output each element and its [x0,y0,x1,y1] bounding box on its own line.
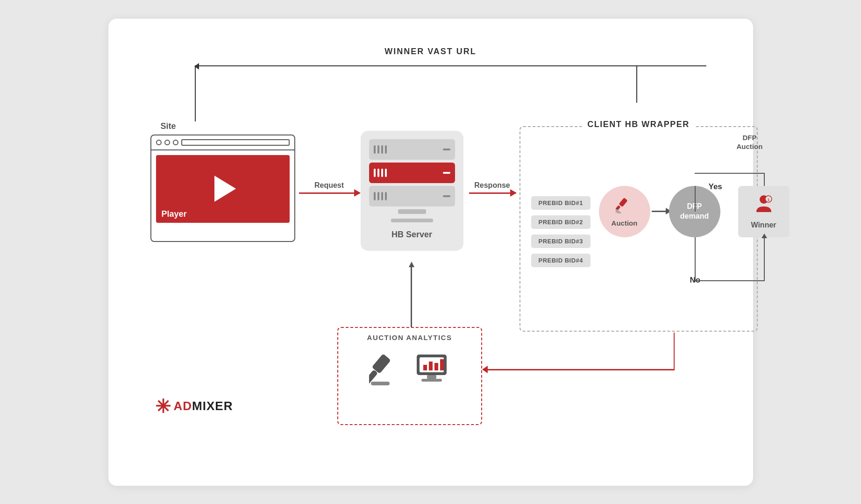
dfp-down-no [695,237,696,282]
analytics-hammer-icon [369,350,406,389]
site-label: Site [161,121,176,131]
prebid-bid-4: PREBID BID#4 [531,254,591,267]
no-up-to-winner [764,237,765,281]
winner-person-icon: 1 [754,193,774,218]
svg-rect-11 [423,365,427,370]
browser-dot-2 [164,140,170,145]
analytics-chart-icon [413,350,450,389]
svg-rect-15 [427,375,436,379]
main-card: WINNER VAST URL Site Player Request [108,19,753,486]
dfp-auction-label: DFPAuction [737,133,763,151]
svg-rect-8 [371,382,390,385]
analytics-arrow-horizontal [483,369,675,370]
server-dots-1 [374,145,387,154]
response-arrow: Response [469,181,516,194]
svg-rect-16 [421,379,442,382]
arrow-auction-to-dfp [652,211,670,212]
svg-rect-13 [434,363,438,370]
dfp-top-horizontal [695,173,765,174]
server-base [391,219,433,222]
prebid-bids: PREBID BID#1 PREBID BID#2 PREBID BID#3 P… [531,196,591,267]
analytics-arrow-vertical [674,333,675,370]
prebid-bid-3: PREBID BID#3 [531,234,591,248]
play-button-icon [214,176,236,202]
diagram: Site Player Request [132,65,730,430]
prebid-bid-1: PREBID BID#1 [531,196,591,210]
response-label: Response [474,181,510,190]
hb-server-box: HB Server [361,131,463,251]
winner-box: 1 Winner [738,186,790,237]
no-horizontal [695,280,765,281]
analytics-icons [369,350,450,389]
server-unit-2 [369,163,455,183]
server-stand [398,209,426,214]
client-hb-wrapper-label: CLIENT HB WRAPPER [582,120,695,129]
browser-address-bar [181,139,290,146]
admixer-asterisk-icon: ✳ [155,397,171,416]
player-label: Player [162,209,187,219]
prebid-bid-2: PREBID BID#2 [531,215,591,229]
dfp-up-left [695,186,696,212]
hb-server-label: HB Server [391,230,432,240]
server-unit-1 [369,139,455,160]
auction-hammer-icon [616,196,633,217]
auction-analytics-label: AUCTION ANALYTICS [367,334,452,341]
auction-label: Auction [612,219,638,227]
server-dots-3 [374,192,387,200]
yes-label: Yes [709,182,722,192]
auction-circle: Auction [599,186,650,237]
svg-rect-12 [429,362,433,370]
winner-vast-url-label: WINNER VAST URL [384,47,477,57]
svg-rect-14 [440,359,444,370]
svg-rect-0 [619,198,627,207]
svg-rect-2 [616,209,622,213]
player-box: Player [150,135,295,242]
browser-bar [151,135,294,150]
response-arrow-line [469,192,516,194]
dfp-down-to-winner [764,173,765,187]
analytics-to-hb-arrow [411,266,412,327]
request-arrow-line [299,192,360,194]
server-unit-3 [369,186,455,206]
server-stack [369,139,455,206]
admixer-text: ADMIXER [174,399,233,413]
svg-text:1: 1 [767,198,769,202]
browser-dot-3 [173,140,178,145]
request-arrow: Request [299,181,360,194]
server-dots-2 [374,169,387,177]
browser-dot-1 [156,140,162,145]
auction-analytics-box: AUCTION ANALYTICS [337,327,482,425]
video-area: Player [156,155,290,223]
admixer-logo: ✳ ADMIXER [155,397,233,416]
request-label: Request [314,181,344,190]
winner-label: Winner [751,221,776,229]
